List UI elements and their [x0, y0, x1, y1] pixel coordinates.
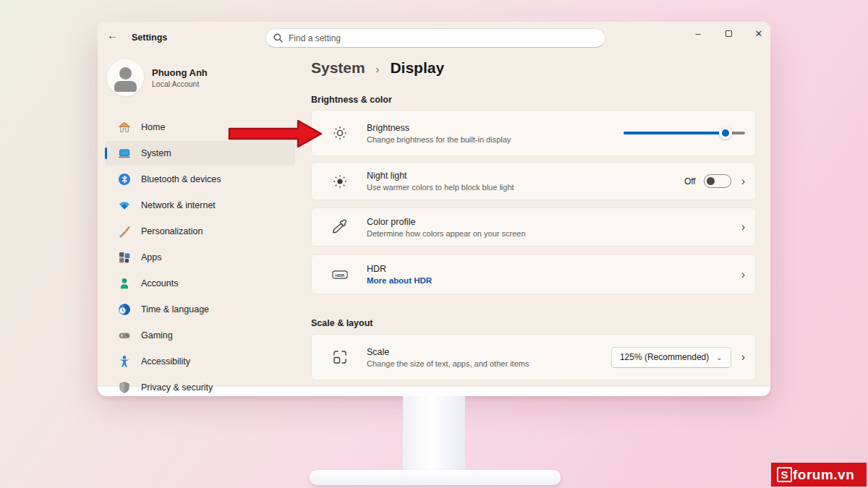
page-title: Display: [390, 59, 444, 76]
profile-name: Phuong Anh: [152, 67, 208, 78]
sidebar-item-label: Accessibility: [141, 356, 190, 367]
search-input[interactable]: [289, 33, 597, 43]
sidebar-item-label: Gaming: [141, 330, 173, 341]
night-light-toggle[interactable]: [704, 174, 731, 188]
night-light-row[interactable]: Night light Use warmer colors to help bl…: [311, 162, 756, 200]
breadcrumb-separator-icon: ›: [376, 63, 380, 75]
sidebar-item-label: Privacy & security: [141, 382, 213, 393]
hdr-row[interactable]: HDR HDR More about HDR ›: [311, 254, 756, 294]
sidebar-item-bluetooth[interactable]: Bluetooth & devices: [105, 167, 295, 192]
color-profile-icon: [332, 219, 348, 235]
privacy-icon: [118, 381, 131, 394]
brightness-slider-thumb[interactable]: [719, 127, 732, 140]
accounts-icon: [118, 277, 131, 290]
chevron-right-icon[interactable]: ›: [741, 221, 745, 233]
color-profile-row[interactable]: Color profile Determine how colors appea…: [311, 207, 756, 247]
hdr-icon: HDR: [332, 267, 348, 283]
system-icon: [118, 147, 131, 160]
monitor-stand-neck: [403, 396, 465, 473]
breadcrumb: System › Display: [311, 59, 444, 77]
scale-row[interactable]: Scale Change the size of text, apps, and…: [311, 334, 756, 380]
chevron-right-icon[interactable]: ›: [741, 351, 745, 363]
scale-dropdown[interactable]: 125% (Recommended) ⌄: [611, 347, 731, 368]
brightness-title: Brightness: [367, 123, 624, 133]
brightness-slider[interactable]: [624, 126, 745, 140]
maximize-button[interactable]: [718, 26, 739, 40]
svg-text:HDR: HDR: [336, 273, 346, 278]
sidebar-item-gaming[interactable]: Gaming: [105, 323, 295, 348]
chevron-right-icon[interactable]: ›: [741, 269, 745, 281]
scale-subtitle: Change the size of text, apps, and other…: [367, 359, 611, 368]
brightness-slider-fill: [624, 132, 726, 134]
sidebar-item-label: Bluetooth & devices: [141, 174, 221, 184]
night-light-subtitle: Use warmer colors to help block blue lig…: [367, 183, 684, 192]
sidebar-item-accounts[interactable]: Accounts: [105, 271, 295, 296]
close-button[interactable]: ✕: [748, 26, 770, 40]
scale-title: Scale: [367, 347, 611, 357]
sforum-watermark: S forum.vn: [771, 463, 867, 487]
sidebar-item-label: System: [141, 148, 171, 158]
color-profile-title: Color profile: [367, 217, 731, 227]
sforum-text: forum.vn: [793, 467, 854, 483]
color-profile-subtitle: Determine how colors appear on your scre…: [367, 229, 731, 238]
back-arrow-icon[interactable]: ←: [107, 29, 118, 41]
personalization-icon: [118, 225, 131, 238]
network-icon: [118, 199, 131, 212]
home-icon: [118, 121, 131, 134]
breadcrumb-parent[interactable]: System: [311, 59, 365, 76]
brightness-subtitle: Change brightness for the built-in displ…: [367, 135, 624, 144]
time-language-icon: [118, 303, 131, 316]
search-box[interactable]: [265, 28, 605, 48]
app-title: Settings: [132, 33, 167, 43]
sidebar-item-label: Apps: [141, 252, 162, 262]
brightness-row[interactable]: Brightness Change brightness for the bui…: [311, 110, 756, 156]
sidebar-item-label: Home: [141, 122, 165, 132]
minimize-button[interactable]: –: [687, 26, 709, 40]
sidebar-item-time-language[interactable]: Time & language: [105, 297, 295, 322]
sidebar-item-label: Accounts: [141, 278, 178, 288]
night-light-icon: [332, 174, 348, 189]
avatar[interactable]: [107, 59, 144, 96]
chevron-down-icon: ⌄: [716, 354, 722, 361]
bluetooth-icon: [118, 173, 131, 186]
sidebar-item-label: Time & language: [141, 304, 209, 314]
avatar-person-icon: [119, 67, 132, 80]
profile-account-type: Local Account: [152, 80, 199, 88]
search-icon: [273, 33, 283, 43]
red-callout-arrow: [228, 118, 323, 150]
chevron-right-icon[interactable]: ›: [741, 176, 745, 187]
monitor-stand-base: [310, 470, 561, 485]
section-title-brightness-color: Brightness & color: [311, 95, 392, 105]
sidebar-item-accessibility[interactable]: Accessibility: [105, 349, 295, 374]
hdr-title: HDR: [367, 264, 731, 274]
maximize-icon: [726, 30, 732, 37]
gaming-icon: [118, 329, 131, 342]
sidebar-item-personalization[interactable]: Personalization: [105, 219, 295, 244]
sidebar-item-privacy[interactable]: Privacy & security: [105, 375, 295, 400]
section-title-scale-layout: Scale & layout: [311, 318, 373, 328]
sidebar-nav: Home System Bluetooth & devices Network …: [105, 115, 295, 401]
accessibility-icon: [118, 355, 131, 368]
sidebar-item-network[interactable]: Network & internet: [105, 193, 295, 218]
more-about-hdr-link[interactable]: More about HDR: [367, 276, 731, 285]
apps-icon: [118, 251, 131, 264]
scale-dropdown-value: 125% (Recommended): [620, 352, 709, 362]
scale-icon: [332, 349, 348, 365]
sidebar-item-label: Network & internet: [141, 200, 216, 210]
sforum-logo-icon: S: [777, 467, 792, 482]
sidebar-item-label: Personalization: [141, 226, 203, 236]
night-light-state: Off: [684, 176, 696, 187]
night-light-title: Night light: [367, 171, 684, 181]
sidebar-item-apps[interactable]: Apps: [105, 245, 295, 270]
brightness-icon: [332, 125, 348, 141]
